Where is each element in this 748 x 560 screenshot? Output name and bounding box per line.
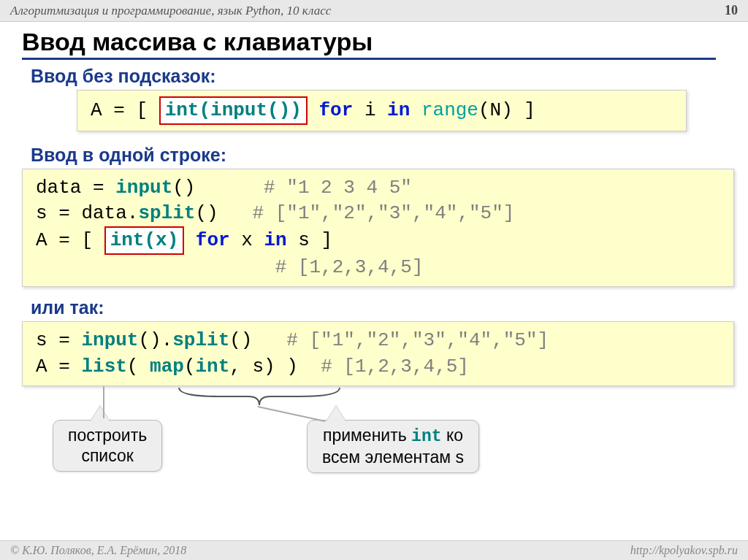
section1-label: Ввод без подсказок: (31, 66, 748, 87)
page-number: 10 (725, 3, 738, 18)
codebox-3: s = input().split() # ["1","2","3","4","… (22, 321, 734, 386)
codebox-1: A = [ int(input()) for i in range(N) ] (77, 90, 687, 131)
svg-line-1 (258, 407, 325, 421)
callout-left: построить список (53, 420, 162, 472)
slide-footer: © К.Ю. Поляков, Е.А. Ерёмин, 2018 http:/… (0, 540, 748, 560)
section3-label: или так: (31, 297, 748, 318)
c3-line1: s = input().split() # ["1","2","3","4","… (36, 328, 723, 353)
header-label: Алгоритмизация и программирование, язык … (10, 4, 331, 18)
c1-in: in (387, 99, 410, 121)
c2-line2: s = data.split() # ["1","2","3","4","5"] (36, 201, 723, 226)
footer-right: http://kpolyakov.spb.ru (630, 544, 738, 557)
connector-icon (95, 386, 124, 423)
connector-icon-2 (252, 404, 340, 426)
callouts-area: построить список применить int ко всем э… (0, 391, 748, 478)
c1-i: i (353, 99, 387, 121)
c3-line2: A = list( map(int, s) ) # [1,2,3,4,5] (36, 354, 723, 380)
c1-n: (N) ] (478, 99, 535, 121)
codebox-2: data = input() # "1 2 3 4 5" s = data.sp… (22, 169, 734, 287)
footer-left: © К.Ю. Поляков, Е.А. Ерёмин, 2018 (10, 544, 186, 557)
callout-right: применить int ко всем элементам s (307, 420, 479, 474)
c1-for: for (318, 99, 353, 121)
c2-line1: data = input() # "1 2 3 4 5" (36, 175, 723, 201)
page-title: Ввод массива с клавиатуры (22, 28, 716, 60)
c1-range: range (421, 99, 478, 121)
slide-header: Алгоритмизация и программирование, язык … (0, 0, 748, 22)
c2-line4: # [1,2,3,4,5] (36, 255, 723, 280)
c2-line3: A = [ int(x) for x in s ] (36, 226, 723, 255)
c1-highlight: int(input()) (159, 96, 308, 125)
c1-p1: A = [ (91, 99, 159, 121)
section2-label: Ввод в одной строке: (31, 145, 748, 166)
